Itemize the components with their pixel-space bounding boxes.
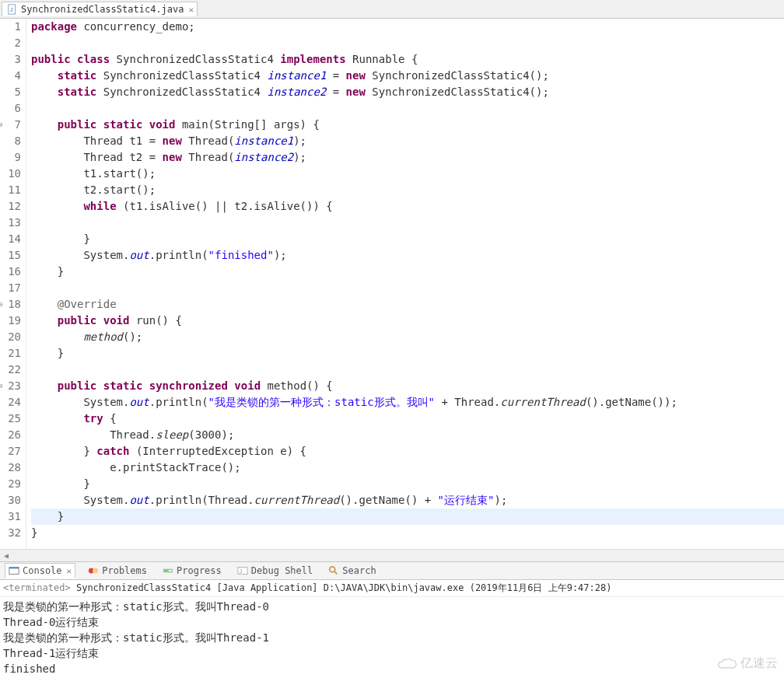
code-line[interactable]: Thread t1 = new Thread(instance1);: [31, 133, 784, 149]
code-line[interactable]: }: [31, 264, 784, 280]
code-line[interactable]: public static void main(String[] args) {: [31, 117, 784, 133]
line-number: 4: [0, 68, 21, 84]
line-number: △19: [0, 313, 21, 329]
code-line[interactable]: [31, 100, 784, 117]
code-line[interactable]: method();: [31, 329, 784, 345]
java-file-icon: J: [7, 4, 18, 15]
fold-icon[interactable]: ⊖: [0, 378, 2, 394]
code-line[interactable]: } catch (InterruptedException e) {: [31, 443, 784, 460]
line-number: 6: [0, 100, 21, 117]
scroll-left-icon[interactable]: ◀: [0, 551, 12, 560]
problems-icon: [88, 565, 99, 576]
file-tab[interactable]: J SynchronizedClassStatic4.java ✕: [2, 2, 198, 16]
tab-debug-shell[interactable]: J Debug Shell: [234, 564, 316, 578]
code-line[interactable]: public class SynchronizedClassStatic4 im…: [31, 51, 784, 68]
line-number: 27: [0, 443, 21, 460]
svg-point-5: [93, 568, 98, 574]
code-line[interactable]: public static synchronized void method()…: [31, 378, 784, 394]
tab-progress[interactable]: Progress: [159, 564, 225, 578]
code-line[interactable]: }: [31, 476, 784, 492]
code-line[interactable]: [31, 280, 784, 296]
line-number: 26: [0, 427, 21, 443]
code-line[interactable]: public void run() {: [31, 313, 784, 329]
code-line[interactable]: t1.start();: [31, 166, 784, 182]
code-line[interactable]: try {: [31, 411, 784, 427]
code-area[interactable]: package concurrency_demo;public class Sy…: [26, 19, 784, 549]
line-number: 2: [0, 35, 21, 51]
tab-console-label: Console: [23, 565, 62, 576]
code-line[interactable]: System.out.println(Thread.currentThread(…: [31, 492, 784, 508]
line-number: 3: [0, 51, 21, 68]
code-line[interactable]: }: [31, 525, 784, 541]
console-icon: [9, 565, 19, 576]
code-line[interactable]: package concurrency_demo;: [31, 19, 784, 35]
line-number: 17: [0, 280, 21, 296]
code-line[interactable]: while (t1.isAlive() || t2.isAlive()) {: [31, 198, 784, 215]
code-line[interactable]: [31, 35, 784, 51]
code-line[interactable]: static SynchronizedClassStatic4 instance…: [31, 84, 784, 100]
svg-line-11: [334, 571, 338, 575]
line-number: 8: [0, 133, 21, 149]
terminated-label: <terminated>: [3, 582, 71, 593]
code-line[interactable]: }: [31, 508, 784, 525]
tab-search[interactable]: Search: [325, 564, 379, 578]
fold-icon[interactable]: ⊖: [0, 296, 2, 313]
line-number: 21: [0, 345, 21, 362]
bottom-panel-tabs: Console ✕ Problems Progress J Debug Shel…: [0, 561, 784, 580]
line-number: 32: [0, 525, 21, 541]
console-output[interactable]: 我是类锁的第一种形式：static形式。我叫Thread-0Thread-0运行…: [0, 597, 784, 678]
horizontal-scrollbar[interactable]: ◀: [0, 549, 784, 561]
close-tab-icon[interactable]: ✕: [189, 5, 194, 15]
console-line: finished: [3, 661, 781, 676]
code-line[interactable]: Thread.sleep(3000);: [31, 427, 784, 443]
line-number: 12: [0, 198, 21, 215]
code-line[interactable]: t2.start();: [31, 182, 784, 198]
line-number: ⊖7: [0, 117, 21, 133]
editor-tabbar: J SynchronizedClassStatic4.java ✕: [0, 0, 784, 19]
line-number: 10: [0, 166, 21, 182]
line-number: 13: [0, 215, 21, 231]
line-number: 11: [0, 182, 21, 198]
line-number: 1: [0, 19, 21, 35]
close-console-icon[interactable]: ✕: [67, 566, 72, 576]
file-tab-label: SynchronizedClassStatic4.java: [21, 4, 184, 15]
svg-rect-7: [164, 569, 169, 572]
code-line[interactable]: System.out.println("finished");: [31, 247, 784, 264]
line-number: 29: [0, 476, 21, 492]
line-number: 24: [0, 394, 21, 411]
svg-text:J: J: [10, 7, 13, 12]
code-line[interactable]: }: [31, 231, 784, 247]
line-number: 9: [0, 149, 21, 166]
tab-console[interactable]: Console ✕: [5, 563, 75, 578]
code-line[interactable]: e.printStackTrace();: [31, 460, 784, 476]
tab-problems-label: Problems: [102, 565, 147, 576]
line-number: ⊖18: [0, 296, 21, 313]
console-line: Thread-1运行结束: [3, 645, 781, 661]
code-line[interactable]: }: [31, 345, 784, 362]
code-line[interactable]: @Override: [31, 296, 784, 313]
line-gutter: 123456⊖7891011121314151617⊖18△19202122⊖2…: [0, 19, 26, 549]
code-line[interactable]: static SynchronizedClassStatic4 instance…: [31, 68, 784, 84]
progress-icon: [163, 565, 173, 576]
console-line: 我是类锁的第一种形式：static形式。我叫Thread-1: [3, 630, 781, 645]
tab-problems[interactable]: Problems: [85, 564, 150, 578]
code-line[interactable]: [31, 215, 784, 231]
line-number: 16: [0, 264, 21, 280]
line-number: 14: [0, 231, 21, 247]
code-line[interactable]: [31, 362, 784, 378]
svg-rect-3: [9, 568, 19, 569]
tab-search-label: Search: [342, 565, 376, 576]
svg-point-10: [330, 567, 335, 572]
debug-shell-icon: J: [237, 565, 248, 576]
tab-progress-label: Progress: [177, 565, 222, 576]
console-line: 我是类锁的第一种形式：static形式。我叫Thread-0: [3, 599, 781, 614]
line-number: 20: [0, 329, 21, 345]
fold-icon[interactable]: ⊖: [0, 117, 2, 133]
code-line[interactable]: Thread t2 = new Thread(instance2);: [31, 149, 784, 166]
code-editor[interactable]: 123456⊖7891011121314151617⊖18△19202122⊖2…: [0, 19, 784, 549]
console-line: Thread-0运行结束: [3, 614, 781, 630]
tab-debug-shell-label: Debug Shell: [251, 565, 313, 576]
line-number: ⊖23: [0, 378, 21, 394]
console-launch-label: SynchronizedClassStatic4 [Java Applicati…: [71, 582, 612, 593]
code-line[interactable]: System.out.println("我是类锁的第一种形式：static形式。…: [31, 394, 784, 411]
